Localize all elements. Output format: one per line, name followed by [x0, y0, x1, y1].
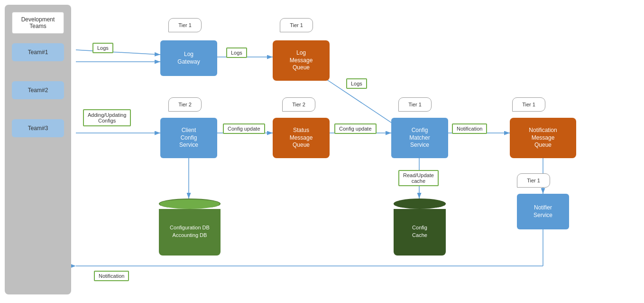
notification-message-queue-node: Notification Message Queue [510, 118, 576, 158]
config-db-label: Configuration DB Accounting DB [170, 224, 210, 239]
status-message-queue-node: Status Message Queue [273, 118, 330, 158]
log-gateway-node: Log Gateway [160, 40, 217, 76]
config-matcher-service-node: Config Matcher Service [391, 118, 448, 158]
sidebar-title: Development Teams [12, 12, 64, 34]
tier-config-matcher: Tier 1 [398, 97, 432, 112]
notifier-service-node: Notifier Service [517, 194, 569, 229]
adding-configs-label: Adding/Updating Configs [83, 109, 131, 126]
client-config-service-node: Client Config Service [160, 118, 217, 158]
tier-log-message-queue: Tier 1 [280, 18, 313, 32]
config-db-cylinder: Configuration DB Accounting DB [159, 199, 221, 256]
team2-button[interactable]: Team#2 [12, 81, 64, 99]
tier-log-gateway: Tier 1 [168, 18, 202, 32]
config-cache-cylinder: Config Cache [394, 199, 446, 256]
logs-label-1: Logs [92, 43, 113, 53]
team3-button[interactable]: Team#3 [12, 119, 64, 137]
read-update-cache-label: Read/Update cache [398, 170, 439, 186]
logs-label-2: Logs [226, 47, 247, 58]
logs-label-3: Logs [346, 78, 367, 89]
tier-notifier: Tier 1 [517, 173, 550, 188]
log-message-queue-node: Log Message Queue [273, 40, 330, 81]
tier-notification-queue: Tier 1 [512, 97, 545, 112]
team1-button[interactable]: Team#1 [12, 43, 64, 61]
tier-status-message: Tier 2 [282, 97, 315, 112]
notification-2-label: Notification [94, 271, 129, 281]
diagram-canvas: Development Teams Team#1 Team#2 Team#3 T… [0, 0, 644, 303]
config-update-1-label: Config update [223, 123, 265, 134]
config-cache-label: Config Cache [412, 224, 427, 239]
notification-1-label: Notification [452, 123, 487, 134]
config-update-2-label: Config update [334, 123, 377, 134]
sidebar: Development Teams Team#1 Team#2 Team#3 [5, 5, 71, 294]
svg-line-2 [76, 50, 160, 55]
tier-client-config: Tier 2 [168, 97, 202, 112]
